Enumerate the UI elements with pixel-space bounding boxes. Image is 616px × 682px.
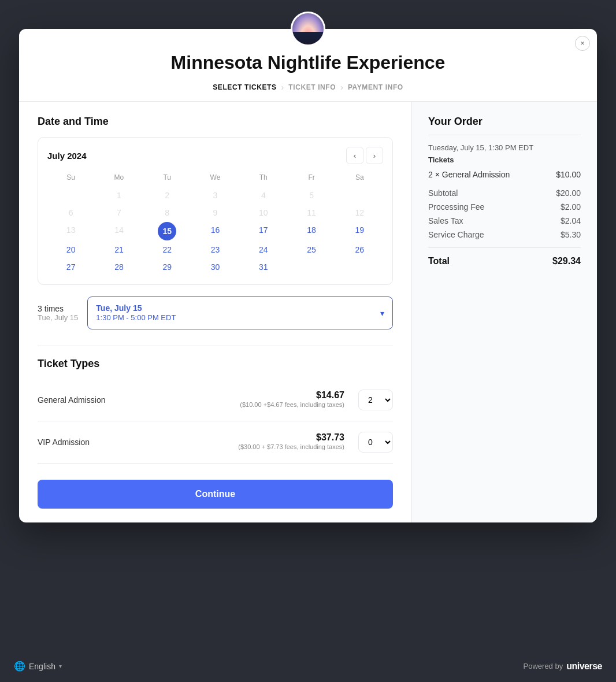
ticket-ga-price-sub: ($10.00 +$4.67 fees, including taxes) [240, 401, 344, 409]
ticket-vip-admission: VIP Admission $37.73 ($30.00 + $7.73 fee… [38, 421, 393, 464]
order-service-charge-label: Service Charge [428, 230, 484, 239]
time-select-date: Tue, July 15 [96, 303, 176, 313]
cal-day-16[interactable]: 16 [192, 222, 239, 240]
day-header-mo: Mo [95, 171, 142, 186]
steps-nav: SELECT TICKETS › TICKET INFO › PAYMENT I… [19, 83, 597, 102]
order-processing-fee: Processing Fee $2.00 [428, 202, 581, 212]
cal-day-13: 13 [47, 222, 94, 240]
cal-day-10: 10 [240, 205, 287, 221]
calendar: July 2024 ‹ › Su Mo Tu We Th Fr [38, 137, 393, 285]
calendar-prev-button[interactable]: ‹ [346, 147, 363, 164]
cal-day-12: 12 [336, 205, 383, 221]
powered-by-label: Powered by [524, 662, 563, 670]
calendar-header: July 2024 ‹ › [47, 147, 383, 164]
order-subtotal-label: Subtotal [428, 188, 458, 198]
cal-day-17[interactable]: 17 [240, 222, 287, 240]
order-total-label: Total [428, 256, 450, 266]
order-subtotal-value: $20.00 [556, 188, 581, 198]
language-selector[interactable]: 🌐 English ▾ [14, 661, 62, 672]
cal-day-24[interactable]: 24 [240, 242, 287, 258]
event-avatar [291, 12, 325, 46]
times-info: 3 times Tue, July 15 [38, 304, 78, 322]
right-panel: Your Order Tuesday, July 15, 1:30 PM EDT… [412, 102, 597, 522]
order-sales-tax: Sales Tax $2.04 [428, 216, 581, 225]
section-divider [38, 346, 393, 346]
ticket-vip-price: $37.73 [238, 432, 344, 443]
calendar-month: July 2024 [47, 151, 87, 161]
cal-day-21[interactable]: 21 [95, 242, 142, 258]
ticket-vip-pricing: $37.73 ($30.00 + $7.73 fees, including t… [238, 432, 344, 451]
cal-day-empty2 [336, 187, 383, 203]
cal-day-4: 4 [240, 187, 287, 203]
modal-body: Date and Time July 2024 ‹ › Su Mo [19, 102, 597, 522]
modal-header: Minnesota Nightlife Experience SELECT TI… [19, 46, 597, 102]
order-processing-fee-value: $2.00 [561, 202, 581, 212]
day-header-sa: Sa [336, 171, 383, 186]
order-processing-fee-label: Processing Fee [428, 202, 484, 212]
cal-day-2: 2 [144, 187, 191, 203]
universe-brand: universe [566, 661, 602, 672]
cal-day-11: 11 [288, 205, 335, 221]
cal-day-empty3 [288, 259, 335, 275]
calendar-next-button[interactable]: › [366, 147, 383, 164]
cal-day-15[interactable]: 15 [158, 222, 176, 240]
time-select-dropdown[interactable]: Tue, July 15 1:30 PM - 5:00 PM EDT ▾ [87, 296, 393, 329]
step-payment-info[interactable]: PAYMENT INFO [343, 83, 408, 91]
order-subtotal: Subtotal $20.00 [428, 186, 581, 198]
calendar-navigation: ‹ › [346, 147, 383, 164]
ticket-vip-price-sub: ($30.00 + $7.73 fees, including taxes) [238, 443, 344, 451]
continue-button[interactable]: Continue [38, 480, 393, 509]
cal-day-26[interactable]: 26 [336, 242, 383, 258]
close-button[interactable]: × [575, 36, 590, 51]
cal-day-29[interactable]: 29 [144, 259, 191, 275]
ticket-ga-quantity[interactable]: 0 1 2 3 4 5 [358, 390, 393, 410]
cal-day-23[interactable]: 23 [192, 242, 239, 258]
time-select-value: Tue, July 15 1:30 PM - 5:00 PM EDT [96, 303, 176, 323]
cal-day-27[interactable]: 27 [47, 259, 94, 275]
modal: × Minnesota Nightlife Experience SELECT … [19, 29, 597, 522]
times-date: Tue, July 15 [38, 313, 78, 322]
time-section: 3 times Tue, July 15 Tue, July 15 1:30 P… [38, 296, 393, 329]
cal-day-8: 8 [144, 205, 191, 221]
step-select-tickets[interactable]: SELECT TICKETS [208, 83, 281, 91]
page-title: Minnesota Nightlife Experience [19, 52, 597, 73]
cal-day-22[interactable]: 22 [144, 242, 191, 258]
order-line-item-price: $10.00 [556, 170, 581, 179]
times-count: 3 times [38, 304, 78, 313]
order-sales-tax-label: Sales Tax [428, 216, 463, 225]
cal-day-empty [47, 187, 94, 203]
day-header-th: Th [240, 171, 287, 186]
ticket-ga-price: $14.67 [240, 390, 344, 401]
order-divider [428, 135, 581, 135]
cal-day-25[interactable]: 25 [288, 242, 335, 258]
cal-day-1: 1 [95, 187, 142, 203]
cal-day-18[interactable]: 18 [288, 222, 335, 240]
ticket-vip-quantity[interactable]: 0 1 2 3 4 5 [358, 432, 393, 453]
day-header-tu: Tu [144, 171, 191, 186]
cal-day-19[interactable]: 19 [336, 222, 383, 240]
date-time-title: Date and Time [38, 116, 393, 128]
cal-day-empty4 [336, 259, 383, 275]
time-select-range: 1:30 PM - 5:00 PM EDT [96, 313, 176, 323]
order-title: Your Order [428, 116, 581, 128]
ticket-general-admission: General Admission $14.67 ($10.00 +$4.67 … [38, 379, 393, 421]
day-header-su: Su [47, 171, 94, 186]
order-date: Tuesday, July 15, 1:30 PM EDT [428, 143, 581, 152]
ticket-ga-pricing: $14.67 ($10.00 +$4.67 fees, including ta… [240, 390, 344, 409]
cal-day-9: 9 [192, 205, 239, 221]
step-ticket-info[interactable]: TICKET INFO [284, 83, 340, 91]
order-line-item: 2 × General Admission $10.00 [428, 170, 581, 179]
cal-day-20[interactable]: 20 [47, 242, 94, 258]
order-service-charge: Service Charge $5.30 [428, 230, 581, 239]
chevron-down-icon: ▾ [380, 309, 384, 318]
cal-day-28[interactable]: 28 [95, 259, 142, 275]
cal-day-6: 6 [47, 205, 94, 221]
order-service-charge-value: $5.30 [561, 230, 581, 239]
ticket-ga-name: General Admission [38, 395, 106, 405]
cal-day-31[interactable]: 31 [240, 259, 287, 275]
language-label: English [29, 662, 55, 671]
cal-day-30[interactable]: 30 [192, 259, 239, 275]
ticket-vip-name: VIP Admission [38, 438, 90, 447]
cal-day-14: 14 [95, 222, 142, 240]
order-total: Total $29.34 [428, 247, 581, 266]
